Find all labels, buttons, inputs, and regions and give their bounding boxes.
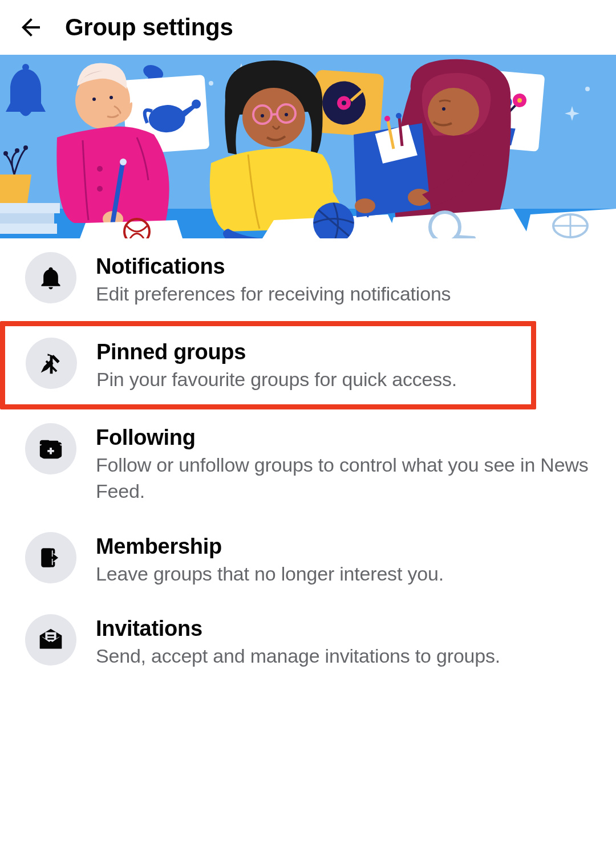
bell-icon: [25, 252, 76, 303]
svg-point-4: [22, 64, 29, 71]
svg-point-20: [110, 96, 113, 99]
svg-point-50: [428, 88, 479, 136]
svg-rect-8: [0, 203, 60, 213]
svg-point-36: [261, 114, 264, 117]
item-text: Membership Leave groups that no longer i…: [96, 532, 591, 587]
item-title: Invitations: [96, 616, 591, 641]
item-subtitle: Send, accept and manage invitations to g…: [96, 643, 591, 670]
svg-rect-64: [43, 440, 59, 443]
pin-icon: [26, 338, 77, 389]
banner-illustration: [0, 55, 616, 238]
svg-rect-9: [0, 213, 54, 224]
svg-point-37: [285, 113, 288, 116]
page-title: Group settings: [65, 14, 233, 41]
item-text: Following Follow or unfollow groups to c…: [96, 423, 591, 505]
svg-point-22: [97, 186, 103, 192]
item-title: Membership: [96, 534, 591, 559]
svg-point-21: [97, 166, 103, 172]
invitations-item[interactable]: Invitations Send, accept and manage invi…: [0, 601, 616, 683]
svg-point-57: [355, 198, 375, 213]
svg-point-55: [396, 113, 402, 119]
pinned-groups-item[interactable]: Pinned groups Pin your favourite groups …: [0, 321, 536, 409]
item-subtitle: Leave groups that no longer interest you…: [96, 561, 591, 587]
svg-point-19: [92, 98, 96, 101]
svg-line-35: [271, 114, 277, 115]
svg-rect-10: [0, 224, 57, 234]
settings-list: Notifications Edit preferences for recei…: [0, 238, 616, 683]
svg-point-2: [585, 87, 590, 91]
svg-point-1: [209, 81, 213, 86]
notifications-item[interactable]: Notifications Edit preferences for recei…: [0, 238, 616, 321]
membership-item[interactable]: Membership Leave groups that no longer i…: [0, 518, 616, 601]
back-button[interactable]: [17, 14, 44, 41]
folder-plus-icon: [25, 423, 76, 474]
svg-point-53: [384, 116, 390, 121]
following-item[interactable]: Following Follow or unfollow groups to c…: [0, 409, 616, 518]
header: Group settings: [0, 0, 616, 55]
item-title: Pinned groups: [96, 340, 510, 364]
item-text: Notifications Edit preferences for recei…: [96, 252, 591, 307]
envelope-icon: [25, 614, 76, 666]
svg-point-7: [3, 151, 8, 156]
svg-point-5: [15, 148, 19, 153]
svg-point-51: [442, 107, 445, 111]
item-subtitle: Follow or unfollow groups to control wha…: [96, 452, 591, 505]
exit-icon: [25, 532, 76, 583]
item-title: Notifications: [96, 254, 591, 279]
arrow-left-icon: [17, 13, 44, 42]
item-text: Invitations Send, accept and manage invi…: [96, 614, 591, 670]
item-subtitle: Pin your favourite groups for quick acce…: [96, 367, 510, 393]
item-text: Pinned groups Pin your favourite groups …: [96, 338, 510, 393]
svg-point-6: [23, 145, 28, 150]
item-subtitle: Edit preferences for receiving notificat…: [96, 281, 591, 307]
svg-line-59: [456, 237, 473, 238]
svg-point-25: [120, 159, 127, 165]
item-title: Following: [96, 425, 591, 450]
